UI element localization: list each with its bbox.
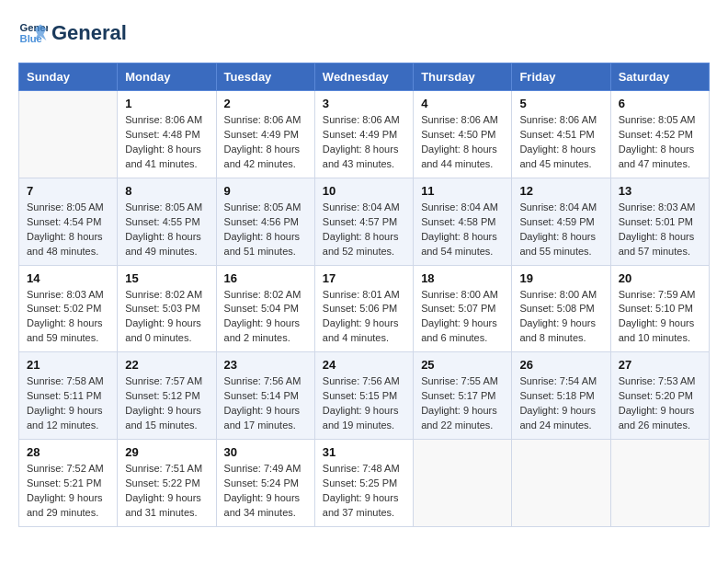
calendar-cell: 24Sunrise: 7:56 AMSunset: 5:15 PMDayligh… [314, 352, 413, 440]
calendar-week-row: 7Sunrise: 8:05 AMSunset: 4:54 PMDaylight… [19, 178, 710, 265]
day-number: 17 [323, 271, 405, 285]
day-info: Sunrise: 8:06 AMSunset: 4:48 PMDaylight:… [125, 113, 208, 172]
calendar-week-row: 1Sunrise: 8:06 AMSunset: 4:48 PMDaylight… [19, 91, 710, 178]
day-number: 12 [519, 184, 602, 198]
day-number: 24 [323, 358, 405, 372]
day-number: 18 [421, 271, 504, 285]
day-number: 29 [125, 445, 208, 459]
calendar-cell: 6Sunrise: 8:05 AMSunset: 4:52 PMDaylight… [610, 91, 709, 178]
day-info: Sunrise: 8:05 AMSunset: 4:52 PMDaylight:… [619, 113, 701, 172]
day-number: 5 [519, 97, 602, 110]
day-number: 23 [224, 358, 307, 372]
day-info: Sunrise: 8:00 AMSunset: 5:07 PMDaylight:… [421, 288, 504, 347]
calendar-cell: 5Sunrise: 8:06 AMSunset: 4:51 PMDaylight… [512, 91, 610, 178]
calendar-cell: 22Sunrise: 7:57 AMSunset: 5:12 PMDayligh… [118, 352, 216, 440]
calendar-cell: 15Sunrise: 8:02 AMSunset: 5:03 PMDayligh… [118, 265, 216, 352]
day-info: Sunrise: 8:06 AMSunset: 4:49 PMDaylight:… [323, 113, 405, 172]
day-info: Sunrise: 7:56 AMSunset: 5:15 PMDaylight:… [323, 374, 405, 433]
day-info: Sunrise: 8:03 AMSunset: 5:02 PMDaylight:… [27, 288, 109, 347]
calendar-cell [512, 440, 610, 527]
calendar-cell: 26Sunrise: 7:54 AMSunset: 5:18 PMDayligh… [512, 352, 610, 440]
calendar-cell: 18Sunrise: 8:00 AMSunset: 5:07 PMDayligh… [414, 265, 512, 352]
weekday-header-sunday: Sunday [19, 63, 118, 91]
calendar-cell [610, 440, 709, 527]
calendar-cell: 27Sunrise: 7:53 AMSunset: 5:20 PMDayligh… [610, 352, 709, 440]
weekday-header-saturday: Saturday [610, 63, 709, 91]
day-number: 15 [125, 271, 208, 285]
day-number: 25 [421, 358, 504, 372]
day-info: Sunrise: 8:05 AMSunset: 4:54 PMDaylight:… [27, 201, 109, 259]
calendar-cell [414, 440, 512, 527]
calendar-week-row: 28Sunrise: 7:52 AMSunset: 5:21 PMDayligh… [19, 440, 710, 527]
calendar-cell: 21Sunrise: 7:58 AMSunset: 5:11 PMDayligh… [19, 352, 118, 440]
day-number: 10 [323, 184, 405, 198]
day-info: Sunrise: 8:04 AMSunset: 4:57 PMDaylight:… [323, 201, 405, 259]
day-number: 22 [125, 358, 208, 372]
day-number: 28 [27, 445, 109, 459]
logo-icon: General Blue [18, 18, 48, 48]
day-info: Sunrise: 7:54 AMSunset: 5:18 PMDaylight:… [519, 374, 602, 433]
day-info: Sunrise: 8:02 AMSunset: 5:04 PMDaylight:… [224, 288, 307, 347]
calendar-cell: 14Sunrise: 8:03 AMSunset: 5:02 PMDayligh… [19, 265, 118, 352]
day-number: 30 [224, 445, 307, 459]
day-number: 8 [125, 184, 208, 198]
day-number: 31 [323, 445, 405, 459]
calendar-cell: 17Sunrise: 8:01 AMSunset: 5:06 PMDayligh… [314, 265, 413, 352]
day-number: 2 [224, 97, 307, 110]
day-info: Sunrise: 8:04 AMSunset: 4:58 PMDaylight:… [421, 201, 504, 259]
day-info: Sunrise: 7:56 AMSunset: 5:14 PMDaylight:… [224, 374, 307, 433]
calendar-cell: 12Sunrise: 8:04 AMSunset: 4:59 PMDayligh… [512, 178, 610, 265]
day-info: Sunrise: 8:00 AMSunset: 5:08 PMDaylight:… [519, 288, 602, 347]
day-info: Sunrise: 8:04 AMSunset: 4:59 PMDaylight:… [519, 201, 602, 259]
day-info: Sunrise: 8:01 AMSunset: 5:06 PMDaylight:… [323, 288, 405, 347]
day-info: Sunrise: 7:55 AMSunset: 5:17 PMDaylight:… [421, 374, 504, 433]
page-header: General Blue General [18, 18, 710, 48]
calendar-cell: 16Sunrise: 8:02 AMSunset: 5:04 PMDayligh… [216, 265, 314, 352]
calendar-cell: 31Sunrise: 7:48 AMSunset: 5:25 PMDayligh… [314, 440, 413, 527]
day-info: Sunrise: 8:05 AMSunset: 4:55 PMDaylight:… [125, 201, 208, 259]
calendar-cell: 19Sunrise: 8:00 AMSunset: 5:08 PMDayligh… [512, 265, 610, 352]
calendar-cell: 9Sunrise: 8:05 AMSunset: 4:56 PMDaylight… [216, 178, 314, 265]
day-number: 3 [323, 97, 405, 110]
day-number: 19 [519, 271, 602, 285]
day-number: 7 [27, 184, 109, 198]
day-number: 27 [619, 358, 701, 372]
day-info: Sunrise: 7:53 AMSunset: 5:20 PMDaylight:… [619, 374, 701, 433]
day-number: 4 [421, 97, 504, 110]
calendar-cell: 3Sunrise: 8:06 AMSunset: 4:49 PMDaylight… [314, 91, 413, 178]
day-number: 9 [224, 184, 307, 198]
day-info: Sunrise: 8:02 AMSunset: 5:03 PMDaylight:… [125, 288, 208, 347]
day-info: Sunrise: 7:51 AMSunset: 5:22 PMDaylight:… [125, 462, 208, 521]
day-number: 1 [125, 97, 208, 110]
day-number: 26 [519, 358, 602, 372]
calendar-cell: 28Sunrise: 7:52 AMSunset: 5:21 PMDayligh… [19, 440, 118, 527]
day-info: Sunrise: 8:06 AMSunset: 4:49 PMDaylight:… [224, 113, 307, 172]
weekday-header-friday: Friday [512, 63, 610, 91]
day-info: Sunrise: 8:06 AMSunset: 4:50 PMDaylight:… [421, 113, 504, 172]
day-number: 6 [619, 97, 701, 110]
day-number: 11 [421, 184, 504, 198]
calendar-cell: 4Sunrise: 8:06 AMSunset: 4:50 PMDaylight… [414, 91, 512, 178]
day-number: 14 [27, 271, 109, 285]
calendar-cell [19, 91, 118, 178]
day-info: Sunrise: 8:03 AMSunset: 5:01 PMDaylight:… [619, 201, 701, 259]
logo-text: General [51, 22, 127, 44]
day-info: Sunrise: 8:05 AMSunset: 4:56 PMDaylight:… [224, 201, 307, 259]
day-info: Sunrise: 7:52 AMSunset: 5:21 PMDaylight:… [27, 462, 109, 521]
day-number: 16 [224, 271, 307, 285]
calendar-cell: 20Sunrise: 7:59 AMSunset: 5:10 PMDayligh… [610, 265, 709, 352]
day-number: 21 [27, 358, 109, 372]
weekday-header-tuesday: Tuesday [216, 63, 314, 91]
weekday-header-thursday: Thursday [414, 63, 512, 91]
calendar-cell: 2Sunrise: 8:06 AMSunset: 4:49 PMDaylight… [216, 91, 314, 178]
logo: General Blue General [18, 18, 127, 48]
day-info: Sunrise: 7:59 AMSunset: 5:10 PMDaylight:… [619, 288, 701, 347]
calendar-week-row: 21Sunrise: 7:58 AMSunset: 5:11 PMDayligh… [19, 352, 710, 440]
calendar-cell: 29Sunrise: 7:51 AMSunset: 5:22 PMDayligh… [118, 440, 216, 527]
calendar-cell: 7Sunrise: 8:05 AMSunset: 4:54 PMDaylight… [19, 178, 118, 265]
calendar-cell: 1Sunrise: 8:06 AMSunset: 4:48 PMDaylight… [118, 91, 216, 178]
calendar-cell: 30Sunrise: 7:49 AMSunset: 5:24 PMDayligh… [216, 440, 314, 527]
day-number: 13 [619, 184, 701, 198]
day-info: Sunrise: 7:49 AMSunset: 5:24 PMDaylight:… [224, 462, 307, 521]
calendar-cell: 8Sunrise: 8:05 AMSunset: 4:55 PMDaylight… [118, 178, 216, 265]
